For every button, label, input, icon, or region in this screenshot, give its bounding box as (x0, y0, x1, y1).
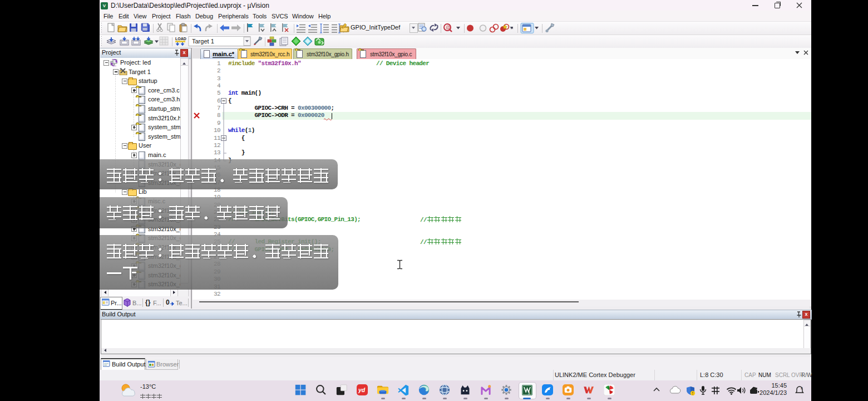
svg-text:Target 1: Target 1 (192, 38, 214, 45)
svg-text:z: z (801, 386, 803, 390)
svg-text:yd: yd (358, 387, 366, 393)
svg-text:@: @ (446, 25, 451, 30)
svg-text:5: 5 (528, 391, 530, 395)
